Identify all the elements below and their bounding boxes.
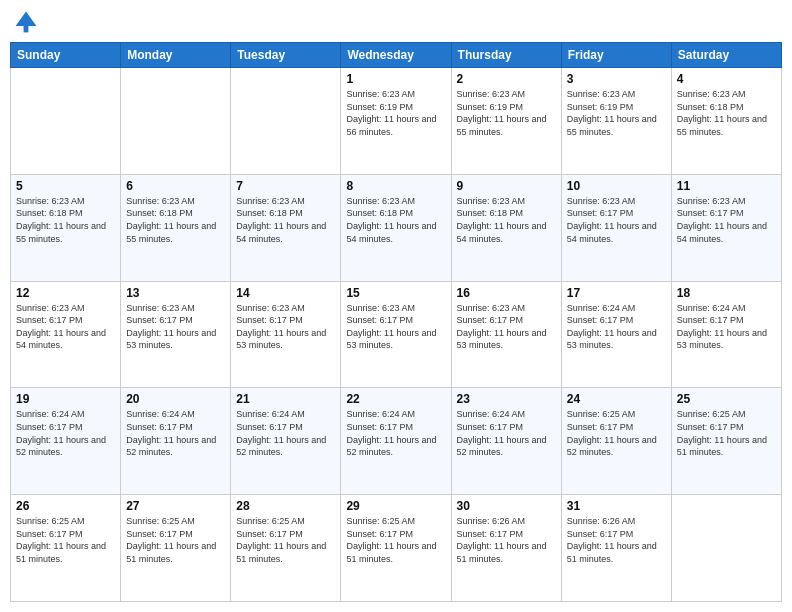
day-info: Sunrise: 6:23 AM Sunset: 6:19 PM Dayligh…	[346, 88, 445, 138]
day-info: Sunrise: 6:25 AM Sunset: 6:17 PM Dayligh…	[236, 515, 335, 565]
calendar-cell: 14Sunrise: 6:23 AM Sunset: 6:17 PM Dayli…	[231, 281, 341, 388]
day-number: 25	[677, 392, 776, 406]
calendar-cell	[121, 68, 231, 175]
calendar-cell: 2Sunrise: 6:23 AM Sunset: 6:19 PM Daylig…	[451, 68, 561, 175]
page: SundayMondayTuesdayWednesdayThursdayFrid…	[0, 0, 792, 612]
day-number: 3	[567, 72, 666, 86]
calendar-cell: 15Sunrise: 6:23 AM Sunset: 6:17 PM Dayli…	[341, 281, 451, 388]
calendar-cell: 8Sunrise: 6:23 AM Sunset: 6:18 PM Daylig…	[341, 174, 451, 281]
day-number: 4	[677, 72, 776, 86]
calendar-cell	[671, 495, 781, 602]
col-header-saturday: Saturday	[671, 43, 781, 68]
calendar-cell: 21Sunrise: 6:24 AM Sunset: 6:17 PM Dayli…	[231, 388, 341, 495]
calendar-cell: 19Sunrise: 6:24 AM Sunset: 6:17 PM Dayli…	[11, 388, 121, 495]
calendar-cell	[11, 68, 121, 175]
calendar-cell: 6Sunrise: 6:23 AM Sunset: 6:18 PM Daylig…	[121, 174, 231, 281]
day-info: Sunrise: 6:23 AM Sunset: 6:18 PM Dayligh…	[457, 195, 556, 245]
day-info: Sunrise: 6:25 AM Sunset: 6:17 PM Dayligh…	[126, 515, 225, 565]
day-info: Sunrise: 6:24 AM Sunset: 6:17 PM Dayligh…	[16, 408, 115, 458]
calendar-cell: 16Sunrise: 6:23 AM Sunset: 6:17 PM Dayli…	[451, 281, 561, 388]
day-info: Sunrise: 6:23 AM Sunset: 6:17 PM Dayligh…	[126, 302, 225, 352]
day-number: 2	[457, 72, 556, 86]
day-number: 15	[346, 286, 445, 300]
day-info: Sunrise: 6:23 AM Sunset: 6:19 PM Dayligh…	[457, 88, 556, 138]
calendar-cell: 7Sunrise: 6:23 AM Sunset: 6:18 PM Daylig…	[231, 174, 341, 281]
day-number: 6	[126, 179, 225, 193]
day-number: 8	[346, 179, 445, 193]
day-number: 16	[457, 286, 556, 300]
col-header-tuesday: Tuesday	[231, 43, 341, 68]
day-number: 23	[457, 392, 556, 406]
calendar-cell: 29Sunrise: 6:25 AM Sunset: 6:17 PM Dayli…	[341, 495, 451, 602]
col-header-wednesday: Wednesday	[341, 43, 451, 68]
calendar-cell: 4Sunrise: 6:23 AM Sunset: 6:18 PM Daylig…	[671, 68, 781, 175]
day-info: Sunrise: 6:23 AM Sunset: 6:17 PM Dayligh…	[16, 302, 115, 352]
day-info: Sunrise: 6:24 AM Sunset: 6:17 PM Dayligh…	[236, 408, 335, 458]
day-info: Sunrise: 6:23 AM Sunset: 6:18 PM Dayligh…	[16, 195, 115, 245]
day-number: 7	[236, 179, 335, 193]
day-number: 11	[677, 179, 776, 193]
calendar-cell: 24Sunrise: 6:25 AM Sunset: 6:17 PM Dayli…	[561, 388, 671, 495]
calendar-table: SundayMondayTuesdayWednesdayThursdayFrid…	[10, 42, 782, 602]
day-number: 24	[567, 392, 666, 406]
day-info: Sunrise: 6:23 AM Sunset: 6:18 PM Dayligh…	[126, 195, 225, 245]
day-info: Sunrise: 6:23 AM Sunset: 6:18 PM Dayligh…	[677, 88, 776, 138]
day-info: Sunrise: 6:26 AM Sunset: 6:17 PM Dayligh…	[567, 515, 666, 565]
day-info: Sunrise: 6:24 AM Sunset: 6:17 PM Dayligh…	[126, 408, 225, 458]
day-number: 29	[346, 499, 445, 513]
day-number: 20	[126, 392, 225, 406]
day-number: 26	[16, 499, 115, 513]
day-number: 10	[567, 179, 666, 193]
week-row-0: 1Sunrise: 6:23 AM Sunset: 6:19 PM Daylig…	[11, 68, 782, 175]
col-header-friday: Friday	[561, 43, 671, 68]
week-row-1: 5Sunrise: 6:23 AM Sunset: 6:18 PM Daylig…	[11, 174, 782, 281]
day-info: Sunrise: 6:25 AM Sunset: 6:17 PM Dayligh…	[346, 515, 445, 565]
day-number: 9	[457, 179, 556, 193]
col-header-monday: Monday	[121, 43, 231, 68]
day-number: 21	[236, 392, 335, 406]
calendar-cell	[231, 68, 341, 175]
logo	[14, 10, 42, 34]
day-number: 5	[16, 179, 115, 193]
day-number: 28	[236, 499, 335, 513]
week-row-3: 19Sunrise: 6:24 AM Sunset: 6:17 PM Dayli…	[11, 388, 782, 495]
day-info: Sunrise: 6:24 AM Sunset: 6:17 PM Dayligh…	[457, 408, 556, 458]
day-info: Sunrise: 6:23 AM Sunset: 6:18 PM Dayligh…	[236, 195, 335, 245]
svg-marker-0	[16, 12, 37, 26]
day-number: 27	[126, 499, 225, 513]
col-header-sunday: Sunday	[11, 43, 121, 68]
day-info: Sunrise: 6:24 AM Sunset: 6:17 PM Dayligh…	[567, 302, 666, 352]
day-number: 18	[677, 286, 776, 300]
svg-rect-1	[24, 24, 29, 32]
calendar-cell: 11Sunrise: 6:23 AM Sunset: 6:17 PM Dayli…	[671, 174, 781, 281]
day-info: Sunrise: 6:26 AM Sunset: 6:17 PM Dayligh…	[457, 515, 556, 565]
calendar-cell: 1Sunrise: 6:23 AM Sunset: 6:19 PM Daylig…	[341, 68, 451, 175]
calendar-cell: 31Sunrise: 6:26 AM Sunset: 6:17 PM Dayli…	[561, 495, 671, 602]
day-number: 17	[567, 286, 666, 300]
header	[10, 10, 782, 34]
day-number: 19	[16, 392, 115, 406]
day-info: Sunrise: 6:23 AM Sunset: 6:17 PM Dayligh…	[346, 302, 445, 352]
calendar-cell: 22Sunrise: 6:24 AM Sunset: 6:17 PM Dayli…	[341, 388, 451, 495]
calendar-cell: 9Sunrise: 6:23 AM Sunset: 6:18 PM Daylig…	[451, 174, 561, 281]
day-number: 1	[346, 72, 445, 86]
calendar-cell: 5Sunrise: 6:23 AM Sunset: 6:18 PM Daylig…	[11, 174, 121, 281]
week-row-2: 12Sunrise: 6:23 AM Sunset: 6:17 PM Dayli…	[11, 281, 782, 388]
day-info: Sunrise: 6:23 AM Sunset: 6:17 PM Dayligh…	[236, 302, 335, 352]
logo-icon	[14, 10, 38, 34]
day-number: 30	[457, 499, 556, 513]
day-info: Sunrise: 6:25 AM Sunset: 6:17 PM Dayligh…	[567, 408, 666, 458]
day-info: Sunrise: 6:25 AM Sunset: 6:17 PM Dayligh…	[677, 408, 776, 458]
calendar-cell: 18Sunrise: 6:24 AM Sunset: 6:17 PM Dayli…	[671, 281, 781, 388]
calendar-cell: 20Sunrise: 6:24 AM Sunset: 6:17 PM Dayli…	[121, 388, 231, 495]
day-number: 12	[16, 286, 115, 300]
day-info: Sunrise: 6:23 AM Sunset: 6:19 PM Dayligh…	[567, 88, 666, 138]
calendar-cell: 28Sunrise: 6:25 AM Sunset: 6:17 PM Dayli…	[231, 495, 341, 602]
day-info: Sunrise: 6:23 AM Sunset: 6:18 PM Dayligh…	[346, 195, 445, 245]
calendar-cell: 23Sunrise: 6:24 AM Sunset: 6:17 PM Dayli…	[451, 388, 561, 495]
day-info: Sunrise: 6:24 AM Sunset: 6:17 PM Dayligh…	[346, 408, 445, 458]
week-row-4: 26Sunrise: 6:25 AM Sunset: 6:17 PM Dayli…	[11, 495, 782, 602]
day-info: Sunrise: 6:23 AM Sunset: 6:17 PM Dayligh…	[457, 302, 556, 352]
day-info: Sunrise: 6:23 AM Sunset: 6:17 PM Dayligh…	[567, 195, 666, 245]
calendar-cell: 30Sunrise: 6:26 AM Sunset: 6:17 PM Dayli…	[451, 495, 561, 602]
